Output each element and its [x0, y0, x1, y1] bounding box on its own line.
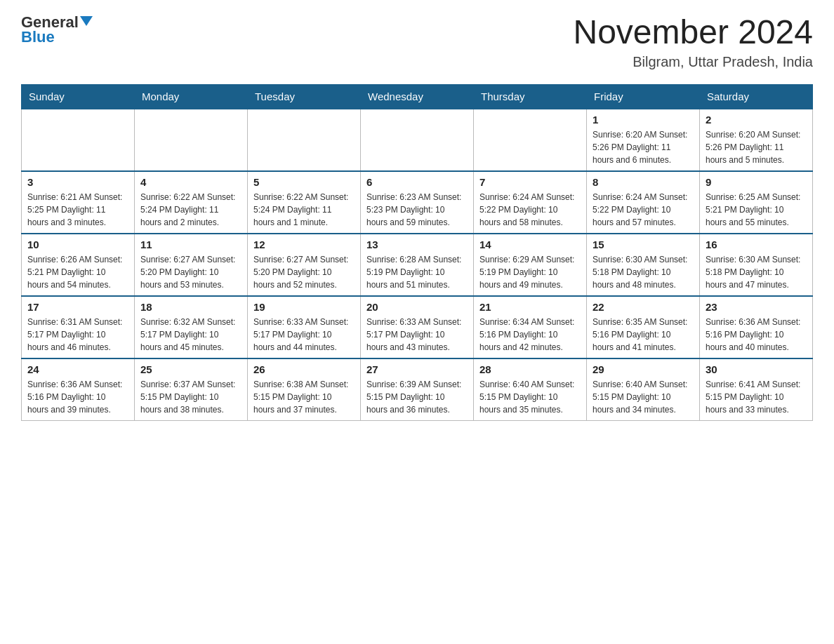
day-number: 1: [593, 114, 694, 126]
day-info: Sunrise: 6:28 AM Sunset: 5:19 PM Dayligh…: [366, 253, 468, 291]
calendar-week-3: 10Sunrise: 6:26 AM Sunset: 5:21 PM Dayli…: [22, 234, 813, 296]
calendar-cell: 8Sunrise: 6:24 AM Sunset: 5:22 PM Daylig…: [587, 171, 700, 234]
day-info: Sunrise: 6:26 AM Sunset: 5:21 PM Dayligh…: [27, 253, 128, 291]
calendar-cell: 23Sunrise: 6:36 AM Sunset: 5:16 PM Dayli…: [700, 296, 813, 358]
day-number: 11: [140, 239, 241, 250]
day-info: Sunrise: 6:27 AM Sunset: 5:20 PM Dayligh…: [140, 253, 241, 291]
calendar-cell: 27Sunrise: 6:39 AM Sunset: 5:15 PM Dayli…: [361, 358, 474, 421]
day-info: Sunrise: 6:20 AM Sunset: 5:26 PM Dayligh…: [593, 128, 694, 166]
day-info: Sunrise: 6:32 AM Sunset: 5:17 PM Dayligh…: [140, 316, 241, 354]
day-number: 25: [140, 363, 241, 375]
calendar-cell: 22Sunrise: 6:35 AM Sunset: 5:16 PM Dayli…: [587, 296, 700, 358]
title-area: November 2024 Bilgram, Uttar Pradesh, In…: [573, 14, 813, 70]
header-friday: Friday: [587, 84, 700, 109]
day-number: 19: [253, 301, 355, 313]
calendar-cell: 5Sunrise: 6:22 AM Sunset: 5:24 PM Daylig…: [248, 171, 361, 234]
day-number: 21: [479, 301, 581, 313]
day-info: Sunrise: 6:37 AM Sunset: 5:15 PM Dayligh…: [140, 378, 241, 416]
day-number: 23: [706, 301, 807, 313]
day-info: Sunrise: 6:27 AM Sunset: 5:20 PM Dayligh…: [253, 253, 355, 291]
day-number: 20: [366, 301, 468, 313]
day-info: Sunrise: 6:24 AM Sunset: 5:22 PM Dayligh…: [479, 191, 581, 229]
day-number: 12: [253, 239, 355, 250]
day-info: Sunrise: 6:30 AM Sunset: 5:18 PM Dayligh…: [593, 253, 694, 291]
calendar-cell: [135, 109, 248, 171]
calendar-cell: 17Sunrise: 6:31 AM Sunset: 5:17 PM Dayli…: [22, 296, 135, 358]
calendar-cell: 14Sunrise: 6:29 AM Sunset: 5:19 PM Dayli…: [474, 234, 587, 296]
day-number: 14: [479, 239, 581, 250]
calendar-cell: 9Sunrise: 6:25 AM Sunset: 5:21 PM Daylig…: [700, 171, 813, 234]
calendar-cell: 7Sunrise: 6:24 AM Sunset: 5:22 PM Daylig…: [474, 171, 587, 234]
calendar-cell: 26Sunrise: 6:38 AM Sunset: 5:15 PM Dayli…: [248, 358, 361, 421]
header-thursday: Thursday: [474, 84, 587, 109]
calendar-week-2: 3Sunrise: 6:21 AM Sunset: 5:25 PM Daylig…: [22, 171, 813, 234]
day-number: 9: [706, 176, 807, 188]
day-number: 24: [27, 363, 128, 375]
calendar-cell: 21Sunrise: 6:34 AM Sunset: 5:16 PM Dayli…: [474, 296, 587, 358]
calendar-week-4: 17Sunrise: 6:31 AM Sunset: 5:17 PM Dayli…: [22, 296, 813, 358]
calendar-cell: 20Sunrise: 6:33 AM Sunset: 5:17 PM Dayli…: [361, 296, 474, 358]
day-number: 26: [253, 363, 355, 375]
calendar-cell: 2Sunrise: 6:20 AM Sunset: 5:26 PM Daylig…: [700, 109, 813, 171]
day-info: Sunrise: 6:22 AM Sunset: 5:24 PM Dayligh…: [253, 191, 355, 229]
calendar-cell: 1Sunrise: 6:20 AM Sunset: 5:26 PM Daylig…: [587, 109, 700, 171]
page-header: General Blue November 2024 Bilgram, Utta…: [21, 14, 813, 70]
calendar-cell: 15Sunrise: 6:30 AM Sunset: 5:18 PM Dayli…: [587, 234, 700, 296]
day-info: Sunrise: 6:30 AM Sunset: 5:18 PM Dayligh…: [706, 253, 807, 291]
day-number: 13: [366, 239, 468, 250]
calendar-title: November 2024: [573, 14, 813, 51]
day-number: 18: [140, 301, 241, 313]
calendar-cell: 29Sunrise: 6:40 AM Sunset: 5:15 PM Dayli…: [587, 358, 700, 421]
logo-blue: Blue: [21, 28, 55, 46]
day-number: 10: [27, 239, 128, 250]
day-number: 22: [593, 301, 694, 313]
calendar-cell: 12Sunrise: 6:27 AM Sunset: 5:20 PM Dayli…: [248, 234, 361, 296]
day-number: 6: [366, 176, 468, 188]
logo: General Blue: [21, 14, 93, 46]
day-number: 2: [706, 114, 807, 126]
calendar-cell: [474, 109, 587, 171]
calendar-cell: 24Sunrise: 6:36 AM Sunset: 5:16 PM Dayli…: [22, 358, 135, 421]
day-info: Sunrise: 6:39 AM Sunset: 5:15 PM Dayligh…: [366, 378, 468, 416]
day-info: Sunrise: 6:40 AM Sunset: 5:15 PM Dayligh…: [479, 378, 581, 416]
day-number: 29: [593, 363, 694, 375]
calendar-cell: 11Sunrise: 6:27 AM Sunset: 5:20 PM Dayli…: [135, 234, 248, 296]
day-info: Sunrise: 6:31 AM Sunset: 5:17 PM Dayligh…: [27, 316, 128, 354]
day-info: Sunrise: 6:25 AM Sunset: 5:21 PM Dayligh…: [706, 191, 807, 229]
calendar-cell: 13Sunrise: 6:28 AM Sunset: 5:19 PM Dayli…: [361, 234, 474, 296]
logo-triangle-icon: [80, 16, 93, 26]
calendar-cell: 3Sunrise: 6:21 AM Sunset: 5:25 PM Daylig…: [22, 171, 135, 234]
day-info: Sunrise: 6:29 AM Sunset: 5:19 PM Dayligh…: [479, 253, 581, 291]
day-number: 27: [366, 363, 468, 375]
header-saturday: Saturday: [700, 84, 813, 109]
day-number: 5: [253, 176, 355, 188]
calendar-header-row: Sunday Monday Tuesday Wednesday Thursday…: [22, 84, 813, 109]
day-number: 17: [27, 301, 128, 313]
day-info: Sunrise: 6:24 AM Sunset: 5:22 PM Dayligh…: [593, 191, 694, 229]
day-info: Sunrise: 6:34 AM Sunset: 5:16 PM Dayligh…: [479, 316, 581, 354]
calendar-cell: 10Sunrise: 6:26 AM Sunset: 5:21 PM Dayli…: [22, 234, 135, 296]
calendar-subtitle: Bilgram, Uttar Pradesh, India: [573, 54, 813, 70]
day-info: Sunrise: 6:21 AM Sunset: 5:25 PM Dayligh…: [27, 191, 128, 229]
calendar-cell: 16Sunrise: 6:30 AM Sunset: 5:18 PM Dayli…: [700, 234, 813, 296]
day-info: Sunrise: 6:35 AM Sunset: 5:16 PM Dayligh…: [593, 316, 694, 354]
calendar-cell: 30Sunrise: 6:41 AM Sunset: 5:15 PM Dayli…: [700, 358, 813, 421]
header-sunday: Sunday: [22, 84, 135, 109]
header-tuesday: Tuesday: [248, 84, 361, 109]
day-number: 4: [140, 176, 241, 188]
day-info: Sunrise: 6:40 AM Sunset: 5:15 PM Dayligh…: [593, 378, 694, 416]
day-number: 8: [593, 176, 694, 188]
day-info: Sunrise: 6:20 AM Sunset: 5:26 PM Dayligh…: [706, 128, 807, 166]
calendar-table: Sunday Monday Tuesday Wednesday Thursday…: [21, 84, 813, 421]
day-number: 16: [706, 239, 807, 250]
header-monday: Monday: [135, 84, 248, 109]
calendar-cell: 18Sunrise: 6:32 AM Sunset: 5:17 PM Dayli…: [135, 296, 248, 358]
calendar-week-1: 1Sunrise: 6:20 AM Sunset: 5:26 PM Daylig…: [22, 109, 813, 171]
calendar-cell: 4Sunrise: 6:22 AM Sunset: 5:24 PM Daylig…: [135, 171, 248, 234]
day-info: Sunrise: 6:38 AM Sunset: 5:15 PM Dayligh…: [253, 378, 355, 416]
day-number: 7: [479, 176, 581, 188]
calendar-cell: 25Sunrise: 6:37 AM Sunset: 5:15 PM Dayli…: [135, 358, 248, 421]
day-number: 30: [706, 363, 807, 375]
day-number: 15: [593, 239, 694, 250]
day-info: Sunrise: 6:23 AM Sunset: 5:23 PM Dayligh…: [366, 191, 468, 229]
